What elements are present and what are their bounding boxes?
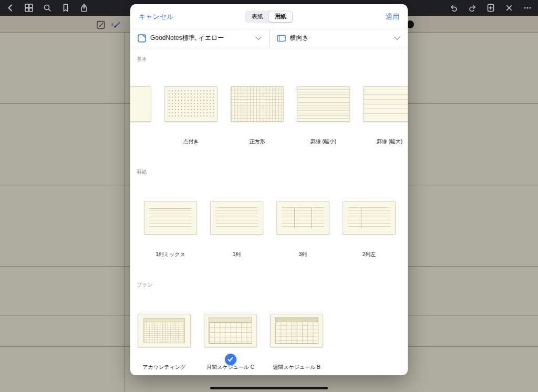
template-item[interactable]: 正方形 bbox=[231, 86, 284, 145]
template-thumbnail[interactable] bbox=[231, 86, 284, 122]
template-thumbnail[interactable] bbox=[144, 201, 197, 235]
template-thumbnail[interactable] bbox=[343, 201, 396, 235]
template-thumbnail[interactable] bbox=[297, 86, 350, 122]
tab-cover[interactable]: 表紙 bbox=[246, 12, 269, 22]
thumbnail-row: アカウンティング 月間スケジュール C 週間スケジュール B bbox=[138, 314, 408, 371]
apply-button[interactable]: 適用 bbox=[386, 12, 399, 22]
section-title: 基本 bbox=[137, 56, 408, 63]
template-label: アカウンティング bbox=[143, 364, 186, 371]
sheet-header: キャンセル 表紙 用紙 適用 bbox=[130, 4, 408, 29]
paper-template-icon bbox=[138, 34, 146, 43]
chevron-down-icon bbox=[255, 36, 262, 40]
selected-check-icon bbox=[225, 354, 236, 365]
template-item[interactable] bbox=[130, 86, 151, 145]
template-thumbnail[interactable] bbox=[363, 86, 408, 122]
template-thumbnail[interactable] bbox=[164, 86, 218, 122]
template-label: 1列ミックス bbox=[156, 251, 185, 258]
template-item[interactable]: 罫線 (幅大) bbox=[363, 86, 408, 145]
template-item[interactable]: 週間スケジュール B bbox=[270, 314, 323, 371]
section-title: プラン bbox=[137, 281, 408, 289]
template-label: 罫線 (幅大) bbox=[377, 138, 402, 145]
tab-paper[interactable]: 用紙 bbox=[269, 12, 292, 22]
chevron-down-icon bbox=[394, 36, 400, 40]
template-item[interactable]: 1列ミックス bbox=[144, 201, 197, 258]
template-sheet: キャンセル 表紙 用紙 適用 GoodNotes標準, イエロー bbox=[130, 4, 408, 375]
template-thumbnail[interactable] bbox=[270, 314, 323, 347]
template-label: 週間スケジュール B bbox=[273, 364, 320, 371]
cancel-button[interactable]: キャンセル bbox=[139, 12, 174, 22]
template-thumbnail[interactable] bbox=[130, 86, 151, 122]
landscape-orientation-icon bbox=[277, 34, 286, 43]
template-thumbnail[interactable] bbox=[210, 201, 263, 235]
template-thumbnail[interactable] bbox=[204, 314, 257, 347]
template-item[interactable]: 罫線 (幅小) bbox=[297, 86, 350, 145]
section-ruled: 罫紙 1列ミックス 1列 3列 bbox=[130, 168, 408, 258]
template-item[interactable]: 3列 bbox=[276, 201, 329, 258]
template-label: 1列 bbox=[233, 251, 241, 258]
home-indicator[interactable] bbox=[210, 387, 328, 389]
orientation-value: 横向き bbox=[290, 34, 309, 43]
thumbnail-row: 点付き 正方形 罫線 (幅小) 罫線 (幅大) bbox=[130, 86, 408, 145]
segmented-control: 表紙 用紙 bbox=[245, 10, 293, 23]
template-item[interactable]: 1列 bbox=[210, 201, 263, 258]
thumbnail-row: 1列ミックス 1列 3列 2列左 bbox=[144, 201, 408, 258]
template-style-value: GoodNotes標準, イエロー bbox=[150, 34, 224, 43]
template-item[interactable]: 2列左 bbox=[343, 201, 396, 258]
template-label: 3列 bbox=[299, 251, 307, 258]
template-label: 2列左 bbox=[363, 251, 376, 258]
screen: MEMO bbox=[0, 0, 538, 392]
orientation-dropdown[interactable]: 横向き bbox=[270, 29, 408, 47]
template-label: 罫線 (幅小) bbox=[311, 138, 336, 145]
section-basic: 基本 点付き 正方形 罫線 bbox=[130, 56, 408, 145]
section-title: 罫紙 bbox=[137, 168, 408, 176]
template-item[interactable]: アカウンティング bbox=[138, 314, 191, 371]
template-list: 基本 点付き 正方形 罫線 bbox=[130, 47, 408, 375]
template-thumbnail[interactable] bbox=[276, 201, 329, 235]
section-planner: プラン アカウンティング 月間スケジュール C bbox=[130, 281, 408, 371]
dropdown-row: GoodNotes標準, イエロー 横向き bbox=[130, 29, 408, 47]
template-item[interactable]: 点付き bbox=[164, 86, 218, 145]
template-label: 正方形 bbox=[250, 138, 265, 145]
template-thumbnail[interactable] bbox=[138, 314, 191, 347]
template-label: 点付き bbox=[183, 138, 199, 145]
template-style-dropdown[interactable]: GoodNotes標準, イエロー bbox=[130, 29, 270, 47]
template-item-selected[interactable]: 月間スケジュール C bbox=[204, 314, 257, 371]
